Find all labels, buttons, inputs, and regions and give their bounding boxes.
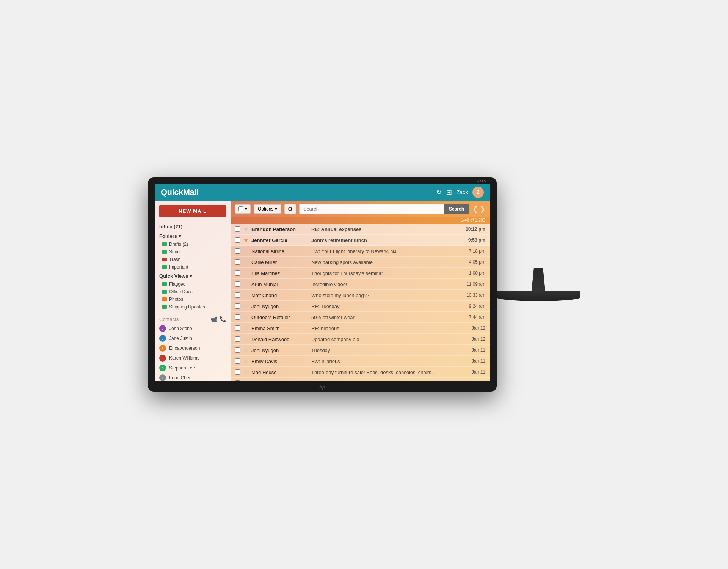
email-row[interactable]: ★ Donald Hartwood Updated company bio Ja… [231, 334, 490, 345]
email-star[interactable]: ★ [243, 336, 248, 342]
email-sender: Arun Munjal [251, 281, 308, 287]
email-star[interactable]: ★ [243, 347, 248, 353]
contact-karen-williams[interactable]: K Karen Williams [155, 353, 231, 363]
logo-mail: Mail [183, 187, 199, 197]
search-input[interactable] [299, 204, 444, 214]
phone-icon[interactable]: 📞 [220, 316, 226, 322]
email-checkbox[interactable] [235, 314, 240, 320]
email-star[interactable]: ★ [243, 226, 248, 232]
email-star[interactable]: ★ [243, 380, 248, 381]
email-time: Jan 11 [459, 358, 485, 364]
contact-erica-anderson[interactable]: E Erica Anderson [155, 343, 231, 353]
email-time: Jan 12 [459, 325, 485, 331]
email-checkbox[interactable] [235, 281, 240, 287]
contact-avatar-irene-chen: I [159, 374, 166, 381]
stand-neck [527, 268, 550, 291]
email-star[interactable]: ★ [243, 303, 248, 309]
email-row[interactable]: ★ Joseph White One more thing: Dinner th… [231, 378, 490, 381]
next-page-button[interactable]: ❯ [480, 205, 485, 213]
video-call-icon[interactable]: 📹 [211, 316, 217, 322]
email-row[interactable]: ★ Arun Munjal Incredible video! 11:09 am [231, 279, 490, 290]
contact-stephen-lee[interactable]: S Stephen Lee [155, 363, 231, 373]
refresh-icon[interactable]: ↻ [436, 188, 442, 196]
email-sender: Joni Nyugen [251, 303, 308, 309]
quick-view-shipping[interactable]: Shipping Updates [155, 303, 231, 311]
email-star[interactable]: ★ [243, 270, 248, 276]
screen: QuickMail ↻ ⊞ Zack Z NEW MAIL Inbox (21)… [155, 184, 490, 381]
email-checkbox[interactable] [235, 358, 240, 364]
email-star[interactable]: ★ [243, 248, 248, 254]
email-star[interactable]: ★ [243, 281, 248, 287]
email-checkbox[interactable] [235, 303, 240, 309]
email-checkbox[interactable] [235, 347, 240, 353]
email-star[interactable]: ★ [243, 292, 248, 298]
quick-view-photos[interactable]: Photos [155, 296, 231, 303]
prev-page-button[interactable]: ❮ [472, 205, 478, 213]
options-button[interactable]: Options ▾ [254, 204, 281, 214]
email-row[interactable]: ★ Joni Nyugen Tuesday Jan 11 [231, 345, 490, 356]
folder-item-trash[interactable]: Trash [155, 256, 231, 263]
email-star[interactable]: ★ [243, 314, 248, 320]
email-row[interactable]: ★ Callie Miller New parking spots availa… [231, 257, 490, 268]
folder-item-drafts[interactable]: Drafts (2) [155, 240, 231, 248]
email-row[interactable]: ★ Joni Nyugen RE: Tuesday 9:24 am [231, 301, 490, 312]
email-star[interactable]: ★ [243, 369, 248, 375]
quick-view-label-photos: Photos [169, 297, 183, 302]
email-star[interactable]: ★ [243, 259, 248, 265]
email-checkbox[interactable] [235, 336, 240, 342]
email-row[interactable]: ★ Emily Davis FW: hilarious Jan 11 [231, 356, 490, 367]
username-label: Zack [457, 189, 468, 195]
email-checkbox[interactable] [235, 237, 240, 243]
contacts-action-icons: 📹 📞 [211, 316, 226, 322]
email-star[interactable]: ★ [243, 325, 248, 331]
email-subject: RE: hilarious [311, 325, 456, 331]
quick-views-dropdown[interactable]: Quick Views ▾ [155, 271, 231, 280]
email-star[interactable]: ★ [243, 237, 248, 243]
folder-item-important[interactable]: Important [155, 263, 231, 271]
email-subject: RE: Tuesday [311, 303, 456, 309]
quick-view-flagged[interactable]: Flagged [155, 280, 231, 288]
email-row[interactable]: ★ Mod House Three-day furniture sale! Be… [231, 367, 490, 378]
avatar[interactable]: Z [472, 187, 484, 198]
quick-view-office-docs[interactable]: Office Docs [155, 288, 231, 296]
email-row[interactable]: ★ Jennifer Garcia John's retirement lunc… [231, 235, 490, 246]
email-checkbox[interactable] [235, 226, 240, 232]
contact-jane-justin[interactable]: J Jane Justin [155, 333, 231, 343]
folders-list: Drafts (2) Send Trash Important [155, 240, 231, 271]
select-all-checkbox[interactable] [238, 206, 243, 211]
email-row[interactable]: ★ Ella Martinez Thoughts for Thursday's … [231, 268, 490, 279]
email-row[interactable]: ★ Outdoors Retailer 50% off winter wear … [231, 312, 490, 323]
email-checkbox[interactable] [235, 292, 240, 298]
email-row[interactable]: ★ Emma Smith RE: hilarious Jan 12 [231, 323, 490, 334]
grid-icon[interactable]: ⊞ [446, 188, 452, 196]
email-checkbox[interactable] [235, 248, 240, 254]
email-checkbox[interactable] [235, 380, 240, 381]
contact-john-stone[interactable]: J John Stone [155, 324, 231, 333]
email-row[interactable]: ★ National Airline FW: Your Flight Itine… [231, 246, 490, 257]
stand-base [497, 291, 580, 301]
folders-dropdown[interactable]: Folders ▾ [155, 231, 231, 240]
email-checkbox[interactable] [235, 270, 240, 276]
email-checkbox[interactable] [235, 369, 240, 375]
email-row[interactable]: ★ Brandon Patterson RE: Annual expenses … [231, 224, 490, 235]
nav-right: ↻ ⊞ Zack Z [436, 187, 484, 198]
email-sender: Joseph White [251, 380, 308, 382]
email-checkbox[interactable] [235, 325, 240, 331]
email-sender: Matt Chang [251, 292, 308, 298]
logo-quick: Quick [161, 187, 183, 197]
contact-name-stephen-lee: Stephen Lee [169, 365, 195, 371]
select-dropdown[interactable]: ▾ [235, 204, 251, 214]
select-dropdown-arrow[interactable]: ▾ [245, 206, 247, 212]
search-button[interactable]: Search [444, 204, 469, 214]
email-time: 7:18 pm [459, 248, 485, 254]
email-checkbox[interactable] [235, 259, 240, 265]
quick-view-icon-shipping [162, 305, 167, 309]
email-sender: Joni Nyugen [251, 347, 308, 353]
contact-irene-chen[interactable]: I Irene Chen [155, 373, 231, 381]
email-star[interactable]: ★ [243, 358, 248, 364]
email-row[interactable]: ★ Matt Chang Who stole my lunch bag??! 1… [231, 290, 490, 301]
folder-item-send[interactable]: Send [155, 248, 231, 256]
gear-button[interactable]: ⚙ [284, 204, 296, 214]
new-mail-button[interactable]: NEW MAIL [159, 205, 226, 217]
folder-icon-drafts [162, 242, 167, 246]
